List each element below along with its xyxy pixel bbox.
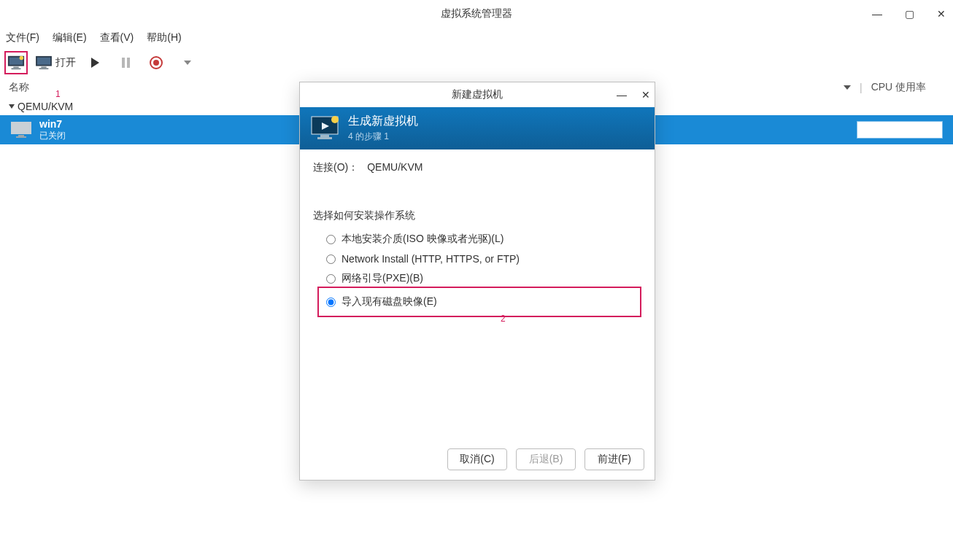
banner-icon	[310, 115, 339, 141]
menu-bar: 文件(F) 编辑(E) 查看(V) 帮助(H)	[0, 28, 953, 48]
forward-button[interactable]: 前进(F)	[584, 448, 644, 470]
radio-network-install[interactable]: Network Install (HTTP, HTTPS, or FTP)	[326, 253, 641, 265]
back-button: 后退(B)	[516, 448, 576, 470]
connection-label: QEMU/KVM	[18, 101, 73, 112]
vm-state: 已关闭	[39, 131, 66, 141]
menu-file[interactable]: 文件(F)	[6, 31, 39, 44]
toolbar: 打开	[0, 48, 953, 77]
radio-local-media[interactable]: 本地安装介质(ISO 映像或者光驱)(L)	[326, 233, 641, 246]
install-method-label: 选择如何安装操作系统	[313, 209, 641, 222]
radio-input[interactable]	[326, 274, 336, 284]
open-button[interactable]: 打开	[35, 55, 76, 70]
radio-input[interactable]	[326, 235, 336, 244]
vm-name: win7	[39, 118, 66, 131]
expand-icon[interactable]	[9, 104, 15, 109]
svg-rect-10	[18, 135, 24, 136]
banner-step: 4 的步骤 1	[348, 131, 418, 143]
shutdown-menu[interactable]	[175, 51, 198, 74]
cancel-button[interactable]: 取消(C)	[447, 448, 507, 470]
play-icon	[91, 58, 99, 68]
highlighted-option: 导入现有磁盘映像(E)	[317, 287, 641, 317]
pause-button[interactable]	[114, 51, 137, 74]
annotation-1: 1	[55, 89, 61, 99]
menu-edit[interactable]: 编辑(E)	[53, 31, 87, 44]
pause-icon	[122, 58, 130, 68]
divider: |	[860, 82, 863, 93]
run-button[interactable]	[83, 51, 107, 74]
radio-input[interactable]	[326, 298, 336, 307]
dialog-body: 连接(O)： QEMU/KVM 选择如何安装操作系统 本地安装介质(ISO 映像…	[300, 149, 655, 439]
new-vm-dialog: 新建虚拟机 — ✕ 生成新虚拟机 4 的步骤 1 连接(O)： QEMU/KVM…	[299, 82, 655, 481]
power-icon	[150, 56, 163, 69]
radio-label: 网络引导(PXE)(B)	[342, 272, 423, 285]
dialog-close-icon[interactable]: ✕	[641, 89, 650, 101]
radio-pxe[interactable]: 网络引导(PXE)(B)	[326, 272, 641, 285]
open-label: 打开	[55, 56, 76, 69]
cpu-usage-graph	[857, 121, 943, 139]
column-name[interactable]: 名称	[9, 81, 29, 94]
new-vm-button[interactable]	[4, 51, 28, 74]
dialog-banner: 生成新虚拟机 4 的步骤 1	[300, 107, 655, 149]
install-method-radios: 本地安装介质(ISO 映像或者光驱)(L) Network Install (H…	[313, 233, 641, 317]
radio-import-disk[interactable]: 导入现有磁盘映像(E)	[326, 295, 558, 308]
dialog-minimize-icon[interactable]: —	[617, 89, 627, 101]
svg-rect-14	[320, 135, 329, 137]
chevron-down-icon	[184, 61, 191, 65]
svg-rect-2	[13, 67, 18, 69]
svg-rect-11	[16, 136, 26, 138]
svg-rect-15	[317, 137, 332, 139]
dialog-footer: 取消(C) 后退(B) 前进(F)	[300, 439, 655, 480]
connection-field-value: QEMU/KVM	[367, 161, 423, 174]
radio-label: 本地安装介质(ISO 映像或者光驱)(L)	[342, 233, 503, 246]
monitor-new-icon	[7, 55, 25, 71]
svg-rect-9	[11, 122, 31, 134]
shutdown-button[interactable]	[144, 51, 168, 74]
window-titlebar: 虚拟系统管理器 — ▢ ✕	[0, 0, 953, 28]
connection-field-label: 连接(O)：	[313, 161, 358, 174]
svg-rect-3	[12, 68, 21, 69]
svg-point-4	[20, 56, 24, 61]
radio-label: 导入现有磁盘映像(E)	[342, 295, 437, 308]
close-icon[interactable]: ✕	[934, 8, 949, 20]
banner-title: 生成新虚拟机	[348, 114, 418, 129]
menu-help[interactable]: 帮助(H)	[147, 31, 181, 44]
minimize-icon[interactable]: —	[870, 8, 884, 20]
dialog-titlebar: 新建虚拟机 — ✕	[300, 82, 655, 107]
radio-label: Network Install (HTTP, HTTPS, or FTP)	[342, 253, 520, 265]
annotation-2: 2	[501, 314, 506, 324]
vm-icon	[9, 121, 34, 139]
svg-rect-8	[39, 68, 49, 69]
maximize-icon[interactable]: ▢	[902, 8, 917, 20]
svg-point-16	[331, 116, 339, 123]
menu-view[interactable]: 查看(V)	[100, 31, 134, 44]
sort-icon[interactable]	[844, 85, 851, 90]
svg-rect-6	[37, 58, 50, 65]
monitor-icon	[35, 55, 53, 70]
column-cpu[interactable]: CPU 使用率	[871, 81, 926, 94]
svg-rect-7	[41, 66, 46, 68]
dialog-title: 新建虚拟机	[452, 88, 503, 101]
window-title: 虚拟系统管理器	[441, 7, 512, 20]
radio-input[interactable]	[326, 254, 336, 264]
